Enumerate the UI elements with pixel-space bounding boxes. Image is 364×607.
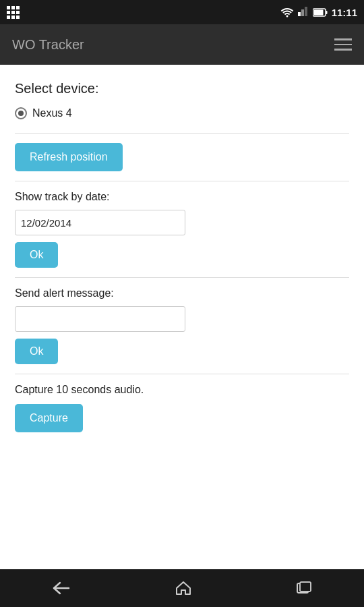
signal-icon xyxy=(298,7,309,18)
main-content: Select device: Nexus 4 Refresh position … xyxy=(0,65,364,569)
status-bar: 11:11 xyxy=(0,0,364,24)
svg-rect-9 xyxy=(300,582,311,591)
alert-ok-button[interactable]: Ok xyxy=(15,339,58,364)
refresh-section: Refresh position xyxy=(15,143,349,171)
svg-marker-1 xyxy=(301,9,304,16)
bottom-nav xyxy=(0,569,364,607)
top-bar: WO Tracker xyxy=(0,24,364,65)
track-section-label: Show track by date: xyxy=(15,191,349,203)
svg-marker-0 xyxy=(298,12,301,16)
device-radio[interactable] xyxy=(15,107,27,119)
status-time: 11:11 xyxy=(332,7,357,18)
refresh-position-button[interactable]: Refresh position xyxy=(15,143,123,171)
status-bar-left xyxy=(7,0,20,24)
divider-2 xyxy=(15,181,349,181)
home-button[interactable] xyxy=(175,581,191,596)
app-title: WO Tracker xyxy=(12,37,84,53)
track-ok-button[interactable]: Ok xyxy=(15,242,58,268)
divider-4 xyxy=(15,374,349,374)
device-section-label: Select device: xyxy=(15,81,349,96)
device-section: Select device: Nexus 4 xyxy=(15,81,349,119)
battery-icon xyxy=(313,8,328,17)
back-button[interactable] xyxy=(52,581,71,596)
recent-apps-button[interactable] xyxy=(296,581,312,596)
status-icons: 11:11 xyxy=(280,7,357,18)
track-section: Show track by date: Ok xyxy=(15,191,349,268)
capture-section: Capture 10 seconds audio. Capture xyxy=(15,384,349,432)
svg-rect-5 xyxy=(313,9,323,15)
divider-1 xyxy=(15,133,349,134)
date-input[interactable] xyxy=(15,210,185,235)
alert-section: Send alert message: Ok xyxy=(15,287,349,364)
capture-label: Capture 10 seconds audio. xyxy=(15,384,349,396)
device-name: Nexus 4 xyxy=(32,107,72,119)
capture-button[interactable]: Capture xyxy=(15,404,83,432)
device-row: Nexus 4 xyxy=(15,107,349,119)
alert-section-label: Send alert message: xyxy=(15,287,349,299)
grid-icon xyxy=(7,6,20,19)
hamburger-menu-icon[interactable] xyxy=(334,38,352,51)
svg-rect-4 xyxy=(326,11,327,14)
alert-input[interactable] xyxy=(15,306,185,332)
divider-3 xyxy=(15,277,349,278)
svg-marker-2 xyxy=(305,7,307,16)
svg-marker-7 xyxy=(177,582,190,594)
wifi-icon xyxy=(280,7,294,18)
